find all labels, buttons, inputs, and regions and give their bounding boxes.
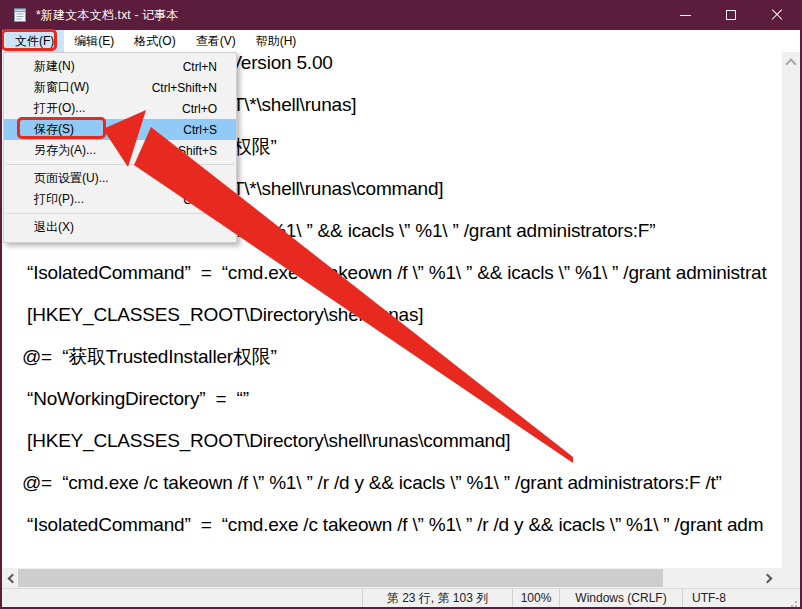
scroll-up-icon[interactable] (785, 58, 796, 69)
menu-item-label: 打印(P)... (4, 191, 84, 208)
editor-line: @= “cmd.exe /c takeown /f \” %1\ ” /r /d… (22, 472, 782, 493)
menu-item[interactable]: 打印(P)...Ctrl+P (4, 189, 236, 210)
editor-line: @= “获取TrustedInstaller权限” (22, 346, 782, 367)
menu-item-shortcut: Ctrl+Shift+S (152, 144, 236, 158)
scroll-right-button[interactable] (760, 568, 778, 588)
menu-separator (6, 213, 234, 214)
menu-item[interactable]: 新建(N)Ctrl+N (4, 56, 236, 77)
minimize-icon (680, 15, 691, 16)
scroll-right-icon (763, 573, 773, 583)
horizontal-scrollbar[interactable] (2, 568, 800, 588)
horizontal-scroll-thumb[interactable] (18, 569, 663, 587)
menu-item-shortcut: Ctrl+N (183, 60, 236, 74)
menu-separator (6, 164, 234, 165)
menu-item-shortcut: Ctrl+Shift+N (152, 81, 236, 95)
menu-item[interactable]: 保存(S)Ctrl+S (4, 119, 236, 140)
encoding: UTF-8 (682, 589, 800, 607)
resize-grip-icon[interactable] (795, 601, 797, 603)
close-button[interactable] (754, 0, 800, 30)
menu-item-label: 新建(N) (4, 58, 75, 75)
maximize-button[interactable] (708, 0, 754, 30)
menu-item-shortcut: Ctrl+O (182, 102, 236, 116)
editor-line: “NoWorkingDirectory” = “” (22, 388, 782, 409)
menu-item-label: 退出(X) (4, 219, 74, 236)
line-ending: Windows (CRLF) (559, 589, 682, 607)
menu-item[interactable]: 新窗口(W)Ctrl+Shift+N (4, 77, 236, 98)
menubar-item[interactable]: 帮助(H) (246, 30, 307, 52)
menubar-item[interactable]: 文件(F) (5, 30, 64, 52)
vertical-scrollbar[interactable] (782, 52, 800, 568)
editor-line: “IsolatedCommand” = “cmd.exe /c takeown … (22, 514, 782, 535)
menu-item-label: 页面设置(U)... (4, 170, 109, 187)
menu-item-label: 保存(S) (4, 121, 74, 138)
menu-bar: 文件(F)编辑(E)格式(O)查看(V)帮助(H) (2, 30, 800, 52)
menu-item[interactable]: 打开(O)...Ctrl+O (4, 98, 236, 119)
menu-item-label: 新窗口(W) (4, 79, 89, 96)
menubar-item[interactable]: 格式(O) (124, 30, 185, 52)
title-bar: *新建文本文档.txt - 记事本 (2, 0, 800, 30)
scroll-left-icon (8, 573, 18, 583)
menubar-item[interactable]: 查看(V) (186, 30, 246, 52)
editor-line: “IsolatedCommand” = “cmd.exe /c takeown … (22, 262, 782, 283)
window-title: *新建文本文档.txt - 记事本 (36, 7, 179, 24)
status-bar: 第 23 行, 第 103 列 100% Windows (CRLF) UTF-… (2, 588, 800, 607)
zoom-level: 100% (512, 589, 559, 607)
notepad-window: *新建文本文档.txt - 记事本 文件(F)编辑(E)格式(O)查看(V)帮助… (0, 0, 802, 609)
menu-item[interactable]: 退出(X) (4, 217, 236, 238)
editor-line: [HKEY_CLASSES_ROOT\Directory\shell\runas… (22, 430, 782, 451)
editor-line: [HKEY_CLASSES_ROOT\Directory\shell\runas… (22, 304, 782, 325)
maximize-icon (726, 10, 736, 20)
menu-item-label: 另存为(A)... (4, 142, 96, 159)
menu-item[interactable]: 另存为(A)...Ctrl+Shift+S (4, 140, 236, 161)
menu-item-label: 打开(O)... (4, 100, 85, 117)
notepad-icon (12, 7, 28, 23)
close-icon (771, 9, 783, 21)
menu-item[interactable]: 页面设置(U)... (4, 168, 236, 189)
menu-item-shortcut: Ctrl+P (183, 193, 236, 207)
cursor-position: 第 23 行, 第 103 列 (362, 589, 512, 607)
menu-item-shortcut: Ctrl+S (183, 123, 236, 137)
menubar-item[interactable]: 编辑(E) (64, 30, 124, 52)
file-menu-dropdown: 新建(N)Ctrl+N新窗口(W)Ctrl+Shift+N打开(O)...Ctr… (3, 52, 237, 243)
minimize-button[interactable] (662, 0, 708, 30)
